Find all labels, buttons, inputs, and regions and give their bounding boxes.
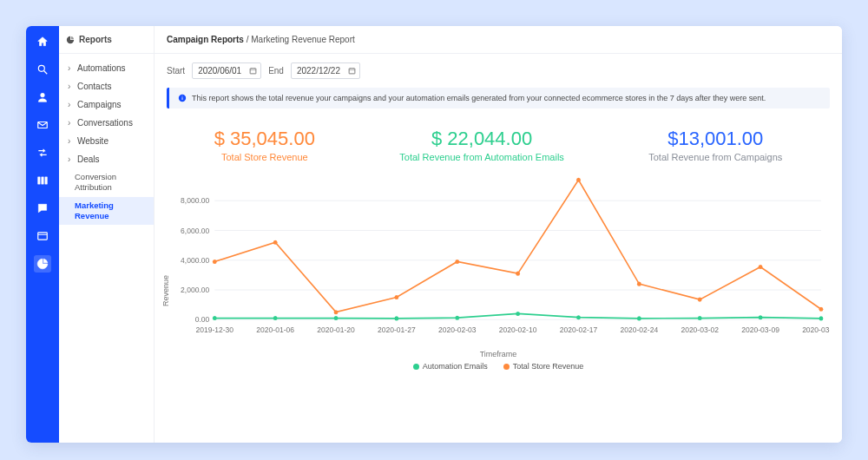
chevron-right-icon: › — [68, 154, 74, 165]
sidebar-item-marketing-revenue[interactable]: Marketing Revenue — [59, 197, 154, 226]
svg-rect-13 — [349, 69, 355, 74]
svg-point-49 — [698, 316, 702, 320]
metric-store: $ 35,045.00 Total Store Revenue — [214, 128, 315, 162]
metric-store-label: Total Store Revenue — [214, 152, 315, 162]
dot-icon — [503, 364, 510, 370]
search-icon[interactable] — [34, 61, 51, 78]
chevron-right-icon: › — [68, 99, 74, 110]
info-banner: This report shows the total revenue your… — [167, 88, 830, 108]
chevron-right-icon: › — [68, 81, 74, 92]
svg-line-1 — [44, 71, 48, 75]
info-icon — [178, 94, 187, 102]
svg-text:2020-01-06: 2020-01-06 — [256, 325, 294, 334]
metric-campaigns-label: Total Revenue from Campaigns — [648, 152, 782, 162]
sidebar-item-label: Website — [77, 135, 108, 147]
svg-point-44 — [394, 316, 398, 320]
svg-point-46 — [516, 312, 520, 316]
svg-text:6,000.00: 6,000.00 — [181, 226, 209, 234]
svg-text:0.00: 0.00 — [195, 315, 210, 324]
metric-campaigns-value: $13,001.00 — [648, 128, 782, 150]
svg-text:2020-02-24: 2020-02-24 — [621, 325, 659, 334]
svg-rect-19 — [182, 96, 183, 97]
end-date-input[interactable]: 2022/12/22 — [291, 62, 360, 79]
app-window: Reports ›Automations›Contacts›Campaigns›… — [26, 26, 842, 443]
sidebar-item-campaigns[interactable]: ›Campaigns — [59, 95, 154, 114]
metric-store-value: $ 35,045.00 — [214, 128, 315, 150]
sidebar-item-automations[interactable]: ›Automations — [59, 59, 154, 77]
chart-svg: 0.002,000.004,000.006,000.008,000.002019… — [167, 169, 830, 352]
metric-automation: $ 22,044.00 Total Revenue from Automatio… — [399, 128, 564, 162]
chevron-right-icon: › — [68, 135, 74, 147]
info-text: This report shows the total revenue your… — [192, 94, 766, 102]
start-date-value: 2020/06/01 — [198, 66, 241, 76]
sidebar-item-conversion-attribution[interactable]: Conversion Attribution — [59, 168, 154, 197]
reports-icon[interactable] — [34, 255, 51, 273]
svg-point-62 — [819, 307, 824, 312]
svg-text:2019-12-30: 2019-12-30 — [195, 325, 233, 334]
envelope-icon[interactable] — [34, 116, 51, 134]
svg-rect-5 — [42, 177, 43, 184]
chart: Revenue 0.002,000.004,000.006,000.008,00… — [167, 169, 830, 443]
svg-text:2020-03-02: 2020-03-02 — [681, 325, 719, 334]
pie-icon — [66, 36, 75, 44]
sidebar-item-label: Campaigns — [77, 99, 122, 110]
svg-point-48 — [637, 316, 641, 320]
sidebar-list: ›Automations›Contacts›Campaigns›Conversa… — [59, 54, 154, 230]
svg-rect-4 — [38, 177, 40, 184]
svg-point-61 — [759, 265, 763, 269]
svg-text:2020-03-16: 2020-03-16 — [802, 325, 830, 334]
svg-point-0 — [38, 65, 44, 71]
calendar-icon — [249, 67, 257, 75]
sidebar-item-label: Conversion Attribution — [75, 172, 145, 194]
sidebar-item-label: Contacts — [77, 81, 111, 92]
svg-rect-7 — [38, 233, 48, 240]
svg-point-57 — [516, 272, 520, 276]
sidebar-item-label: Conversations — [77, 117, 133, 128]
y-axis-label: Revenue — [161, 274, 170, 306]
svg-point-50 — [759, 315, 763, 319]
sidebar-item-label: Automations — [77, 62, 126, 74]
svg-text:2020-01-27: 2020-01-27 — [378, 325, 416, 334]
sidebar-item-website[interactable]: ›Website — [59, 132, 154, 150]
website-icon[interactable] — [34, 227, 51, 245]
start-date-input[interactable]: 2020/06/01 — [192, 62, 261, 79]
sidebar-item-deals[interactable]: ›Deals — [59, 150, 154, 168]
breadcrumb: Campaign Reports / Marketing Revenue Rep… — [155, 26, 842, 54]
svg-text:8,000.00: 8,000.00 — [181, 196, 209, 205]
legend-store: Total Store Revenue — [503, 362, 584, 371]
svg-point-43 — [334, 316, 339, 320]
svg-text:2020-03-09: 2020-03-09 — [741, 325, 779, 334]
sidebar-item-label: Deals — [77, 154, 100, 165]
sidebar-header: Reports — [59, 26, 154, 54]
chat-icon[interactable] — [34, 200, 51, 217]
sidebar-item-conversations[interactable]: ›Conversations — [59, 114, 154, 132]
metric-automation-value: $ 22,044.00 — [399, 128, 564, 150]
legend: Automation Emails Total Store Revenue — [167, 358, 830, 376]
metric-automation-label: Total Revenue from Automation Emails — [399, 152, 564, 162]
x-axis-label: Timeframe — [167, 350, 830, 358]
svg-point-59 — [637, 282, 641, 286]
sidebar-item-contacts[interactable]: ›Contacts — [59, 77, 154, 95]
contacts-icon[interactable] — [34, 89, 51, 106]
nav-rail — [26, 26, 59, 443]
automations-icon[interactable] — [34, 144, 51, 161]
svg-point-52 — [213, 260, 217, 264]
svg-text:2020-02-10: 2020-02-10 — [499, 325, 537, 334]
breadcrumb-page: Marketing Revenue Report — [251, 35, 355, 44]
svg-point-58 — [576, 178, 581, 182]
deals-icon[interactable] — [34, 172, 51, 189]
svg-point-41 — [213, 316, 217, 320]
sidebar: Reports ›Automations›Contacts›Campaigns›… — [59, 26, 155, 443]
home-icon[interactable] — [34, 33, 51, 50]
svg-text:2,000.00: 2,000.00 — [181, 286, 209, 294]
end-label: End — [268, 66, 284, 76]
svg-text:2020-02-17: 2020-02-17 — [560, 325, 598, 334]
svg-point-42 — [273, 316, 278, 320]
sidebar-title: Reports — [79, 35, 112, 44]
svg-rect-6 — [45, 177, 47, 184]
svg-point-54 — [334, 310, 339, 314]
legend-automation: Automation Emails — [413, 362, 488, 371]
svg-point-51 — [819, 316, 824, 320]
date-range-controls: Start 2020/06/01 End 2022/12/22 — [155, 54, 842, 88]
svg-point-60 — [698, 298, 702, 302]
